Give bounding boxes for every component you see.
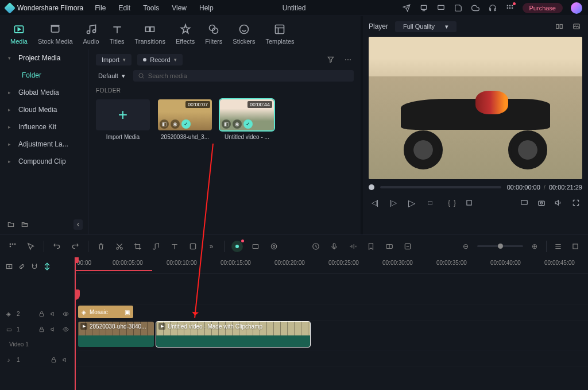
tab-filters[interactable]: Filters [205, 23, 222, 45]
send-icon[interactable] [402, 3, 411, 13]
sidebar-global-media[interactable]: ▸Global Media [0, 84, 88, 101]
sidebar-cloud-media[interactable]: ▸Cloud Media [0, 101, 88, 118]
marker-icon[interactable] [365, 241, 377, 252]
clip-settings-icon[interactable]: ▣ [125, 309, 130, 315]
sidebar-project-media[interactable]: ▾Project Media [0, 49, 88, 67]
snapshot-button[interactable] [536, 198, 547, 208]
mute-icon[interactable] [49, 310, 57, 318]
tab-templates[interactable]: Templates [265, 23, 294, 45]
lock-icon[interactable] [49, 356, 57, 364]
tab-stock-media[interactable]: Stock Media [38, 23, 73, 45]
lock-icon[interactable] [37, 325, 45, 333]
sidebar-influence-kit[interactable]: ▸Influence Kit [0, 118, 88, 136]
ai-button[interactable] [231, 241, 243, 252]
headphones-icon[interactable] [488, 3, 497, 13]
play-button[interactable]: ▷ [407, 198, 417, 208]
menu-edit[interactable]: Edit [119, 4, 131, 12]
volume-button[interactable] [554, 198, 564, 208]
fit-icon[interactable] [570, 241, 581, 252]
fullscreen-button[interactable] [571, 198, 581, 208]
tab-transitions[interactable]: Transitions [135, 23, 165, 45]
quality-selector[interactable]: Full Quality▾ [395, 21, 457, 32]
list-icon[interactable] [552, 241, 564, 252]
save-icon[interactable] [454, 3, 463, 13]
mute-icon[interactable] [49, 325, 57, 333]
collapse-sidebar-icon[interactable] [74, 219, 83, 230]
import-media-card[interactable]: + Import Media [96, 99, 150, 140]
preview-scrubber[interactable]: 00:00:00:00 / 00:00:21:29 [369, 184, 582, 191]
tab-titles[interactable]: Titles [110, 23, 125, 45]
track-head-video1[interactable]: ▭ 1 Video 1 [0, 322, 74, 352]
frame-icon[interactable] [250, 241, 261, 252]
text-tool-icon[interactable] [169, 241, 180, 252]
visibility-icon[interactable] [61, 310, 69, 318]
user-avatar[interactable] [571, 2, 582, 14]
mic-icon[interactable] [328, 241, 340, 252]
purchase-button[interactable]: Purchase [523, 3, 563, 13]
zoom-in-icon[interactable]: ⊕ [529, 241, 540, 252]
timeline-tracks[interactable]: 00:00 00:00:05:00 00:00:10:00 00:00:15:0… [75, 257, 588, 390]
audio-tool-icon[interactable] [347, 241, 358, 252]
sidebar-compound-clip[interactable]: ▸Compound Clip [0, 153, 88, 170]
effect-track[interactable]: ◈Mosaic▣ [75, 304, 588, 321]
music-tool-icon[interactable] [150, 241, 162, 252]
sort-default[interactable]: Default▾ [96, 71, 127, 81]
cursor-icon[interactable] [25, 241, 37, 252]
menu-help[interactable]: Help [199, 4, 214, 12]
mute-icon[interactable] [61, 356, 69, 364]
zoom-out-icon[interactable]: ⊖ [460, 241, 471, 252]
link-icon[interactable] [17, 262, 26, 271]
tab-audio[interactable]: Audio [83, 23, 99, 45]
sidebar-adjustment-layer[interactable]: ▸Adjustment La... [0, 136, 88, 153]
cut-icon[interactable] [114, 241, 125, 252]
scrubber-track[interactable] [380, 186, 501, 188]
sidebar-folder[interactable]: Folder [0, 67, 88, 84]
tab-effects[interactable]: Effects [176, 23, 195, 45]
playhead[interactable] [75, 257, 76, 390]
search-input[interactable]: Search media [133, 70, 354, 82]
target-icon[interactable] [268, 241, 280, 252]
monitor-icon[interactable] [436, 3, 446, 13]
timeline-ruler[interactable]: 00:00 00:00:05:00 00:00:10:00 00:00:15:0… [75, 257, 588, 273]
more-tools-icon[interactable]: » [206, 241, 217, 252]
mark-out-button[interactable]: } [454, 199, 456, 207]
menu-view[interactable]: View [172, 4, 187, 12]
tab-stickers[interactable]: Stickers [233, 23, 255, 45]
play-section-button[interactable]: |▷ [388, 198, 399, 208]
crop-button[interactable] [464, 198, 474, 208]
clip-video-1b[interactable]: ▶Untitled video - Made with Clipchamp [156, 322, 310, 347]
square-tool-icon[interactable] [187, 241, 199, 252]
snap-icon[interactable] [42, 262, 52, 271]
folder-open-icon[interactable] [20, 219, 30, 230]
preview-viewport[interactable] [369, 37, 582, 179]
image-icon[interactable] [571, 21, 582, 32]
magnet-icon[interactable] [30, 262, 39, 271]
audio-track-1[interactable] [75, 350, 588, 366]
video-track-1[interactable]: ▶20520038-uhd-3840... ▶Untitled video - … [75, 321, 588, 350]
media-card-2[interactable]: 00:00:44 ◧◉✓ Untitled video - ... [220, 99, 274, 140]
crop-tool-icon[interactable] [132, 241, 144, 252]
render-icon[interactable] [402, 241, 413, 252]
more-icon[interactable]: ⋯ [342, 54, 354, 65]
stop-button[interactable]: □ [425, 198, 435, 208]
adjust-icon[interactable] [384, 241, 395, 252]
mark-in-button[interactable]: { [448, 199, 450, 207]
cloud-icon[interactable] [471, 3, 480, 13]
track-head-audio1[interactable]: ♪ 1 [0, 352, 74, 368]
zoom-slider[interactable] [477, 245, 523, 247]
track-head-effect[interactable]: ◈ 2 [0, 306, 74, 322]
folder-add-icon[interactable] [6, 219, 16, 230]
menu-file[interactable]: File [95, 4, 106, 12]
import-button[interactable]: Import▾ [96, 54, 131, 65]
apps-icon[interactable] [505, 3, 514, 13]
clip-mosaic[interactable]: ◈Mosaic▣ [78, 306, 133, 318]
delete-icon[interactable] [95, 241, 107, 252]
menu-tools[interactable]: Tools [143, 4, 159, 12]
add-track-icon[interactable] [5, 262, 14, 271]
clip-video-1a[interactable]: ▶20520038-uhd-3840... [78, 322, 154, 347]
media-card-1[interactable]: 00:00:07 ◧◉✓ 20520038-uhd_3... [158, 99, 212, 140]
filter-icon[interactable] [325, 54, 336, 65]
visibility-icon[interactable] [61, 325, 69, 333]
display-button[interactable] [519, 198, 529, 208]
speed-icon[interactable] [310, 241, 322, 252]
